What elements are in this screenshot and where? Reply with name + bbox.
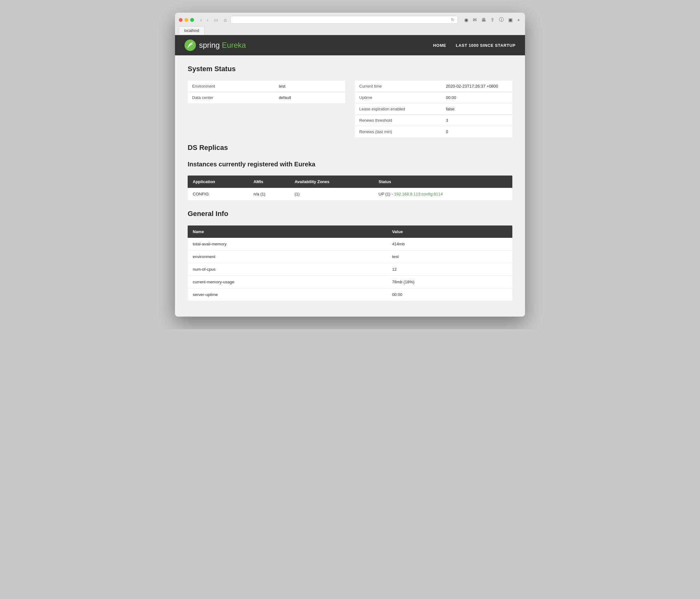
lease-expiry-label: Lease expiration enabled: [355, 103, 442, 115]
table-row: Data center default: [188, 92, 345, 103]
info-value: 00:00: [387, 288, 512, 301]
instance-row: CONFIG n/a (1) (1) UP (1) - 192.168.8.11…: [188, 188, 512, 200]
browser-chrome: ‹ › ▭ ⌂ localhost ↻ ◉ ✉ 🖶 ⇧ ⓘ ▣ + localh…: [175, 12, 525, 35]
toolbar-icons: ◉ ✉ 🖶 ⇧ ⓘ ▣ +: [463, 16, 521, 23]
system-status-section: System Status Environment test Data: [188, 65, 512, 137]
sidebar-toggle-button[interactable]: ▭: [212, 17, 220, 23]
info-name: current-memory-usage: [188, 276, 387, 288]
address-bar[interactable]: localhost ↻: [230, 16, 458, 24]
instances-section: Instances currently registered with Eure…: [188, 161, 512, 200]
browser-tabs: localhost: [179, 26, 521, 35]
print-icon[interactable]: 🖶: [480, 16, 488, 23]
status-left-table-container: Environment test Data center default: [188, 81, 345, 137]
instances-header-row: Application AMIs Availability Zones Stat…: [188, 176, 512, 188]
close-button[interactable]: [179, 18, 182, 22]
instances-title: Instances currently registered with Eure…: [188, 161, 512, 171]
status-right-table-container: Current time 2020-02-23T17:26:37 +0800 U…: [355, 81, 512, 137]
navbar-brand: spring Eureka: [184, 40, 246, 51]
maximize-button[interactable]: [190, 18, 194, 22]
nav-last1000-link[interactable]: LAST 1000 SINCE STARTUP: [456, 43, 516, 48]
status-left-table: Environment test Data center default: [188, 81, 345, 103]
col-status: Status: [373, 176, 512, 188]
table-row: Uptime 00:00: [355, 92, 512, 103]
browser-controls: ‹ › ▭ ⌂ localhost ↻ ◉ ✉ 🖶 ⇧ ⓘ ▣ +: [179, 16, 521, 24]
general-info-section: General Info Name Value total-avail-memo…: [188, 210, 512, 301]
uptime-value: 00:00: [442, 92, 512, 103]
mail-icon[interactable]: ✉: [472, 16, 478, 23]
traffic-lights: [179, 18, 194, 22]
info-name: environment: [188, 251, 387, 263]
new-tab-icon[interactable]: +: [516, 16, 521, 23]
info-row: current-memory-usage 78mb (18%): [188, 276, 512, 288]
col-amis: AMIs: [248, 176, 290, 188]
nav-home-link[interactable]: HOME: [433, 43, 447, 48]
datacenter-value: default: [274, 92, 345, 103]
copy-icon[interactable]: ▣: [507, 16, 514, 23]
table-row: Renews (last min) 0: [355, 126, 512, 137]
table-row: Environment test: [188, 81, 345, 92]
instance-application: CONFIG: [188, 188, 248, 200]
renews-threshold-label: Renews threshold: [355, 115, 442, 126]
instance-amis: n/a (1): [248, 188, 290, 200]
instance-status: UP (1) - 192.168.8.113:config:8114: [373, 188, 512, 200]
lease-expiry-value: false: [442, 103, 512, 115]
table-row: Current time 2020-02-23T17:26:37 +0800: [355, 81, 512, 92]
renews-threshold-value: 3: [442, 115, 512, 126]
current-time-label: Current time: [355, 81, 442, 92]
env-label: Environment: [188, 81, 274, 92]
instances-table: Application AMIs Availability Zones Stat…: [188, 176, 512, 200]
general-info-table: Name Value total-avail-memory 414mb envi…: [188, 226, 512, 301]
col-value: Value: [387, 226, 512, 238]
forward-button[interactable]: ›: [206, 17, 210, 23]
brand-eureka: Eureka: [222, 41, 246, 49]
privacy-icon[interactable]: ◉: [463, 16, 470, 23]
general-info-header-row: Name Value: [188, 226, 512, 238]
info-icon[interactable]: ⓘ: [498, 16, 505, 23]
info-row: environment test: [188, 251, 512, 263]
status-tables: Environment test Data center default: [188, 81, 512, 137]
spring-logo: [184, 40, 196, 51]
info-value: test: [387, 251, 512, 263]
back-button[interactable]: ‹: [199, 17, 203, 23]
table-row: Renews threshold 3: [355, 115, 512, 126]
brand-spring: spring: [199, 41, 220, 49]
ds-replicas-section: DS Replicas: [188, 144, 512, 154]
brand-text: spring Eureka: [199, 41, 246, 50]
main-content: System Status Environment test Data: [175, 55, 525, 317]
info-row: total-avail-memory 414mb: [188, 238, 512, 251]
minimize-button[interactable]: [184, 18, 188, 22]
info-name: server-uptime: [188, 288, 387, 301]
col-name: Name: [188, 226, 387, 238]
col-application: Application: [188, 176, 248, 188]
ds-replicas-title: DS Replicas: [188, 144, 512, 154]
home-button[interactable]: ⌂: [223, 17, 228, 23]
renews-lastmin-label: Renews (last min): [355, 126, 442, 137]
url-input[interactable]: localhost: [234, 18, 448, 22]
navbar: spring Eureka HOME LAST 1000 SINCE START…: [175, 35, 525, 55]
info-value: 414mb: [387, 238, 512, 251]
info-value: 78mb (18%): [387, 276, 512, 288]
uptime-label: Uptime: [355, 92, 442, 103]
browser-window: ‹ › ▭ ⌂ localhost ↻ ◉ ✉ 🖶 ⇧ ⓘ ▣ + localh…: [175, 12, 525, 317]
current-time-value: 2020-02-23T17:26:37 +0800: [442, 81, 512, 92]
renews-lastmin-value: 0: [442, 126, 512, 137]
info-name: num-of-cpus: [188, 263, 387, 276]
info-value: 12: [387, 263, 512, 276]
col-availability-zones: Availability Zones: [290, 176, 373, 188]
instance-zones: (1): [290, 188, 373, 200]
info-row: num-of-cpus 12: [188, 263, 512, 276]
general-info-title: General Info: [188, 210, 512, 220]
share-icon[interactable]: ⇧: [489, 16, 496, 23]
active-tab[interactable]: localhost: [179, 26, 204, 35]
system-status-title: System Status: [188, 65, 512, 76]
instance-link[interactable]: 192.168.8.113:config:8114: [394, 192, 443, 197]
status-right-table: Current time 2020-02-23T17:26:37 +0800 U…: [355, 81, 512, 137]
datacenter-label: Data center: [188, 92, 274, 103]
info-name: total-avail-memory: [188, 238, 387, 251]
env-value: test: [274, 81, 345, 92]
reload-icon[interactable]: ↻: [451, 18, 454, 22]
status-text: UP (1) -: [378, 192, 394, 197]
navbar-nav: HOME LAST 1000 SINCE STARTUP: [433, 43, 516, 48]
info-row: server-uptime 00:00: [188, 288, 512, 301]
app-content: spring Eureka HOME LAST 1000 SINCE START…: [175, 35, 525, 317]
